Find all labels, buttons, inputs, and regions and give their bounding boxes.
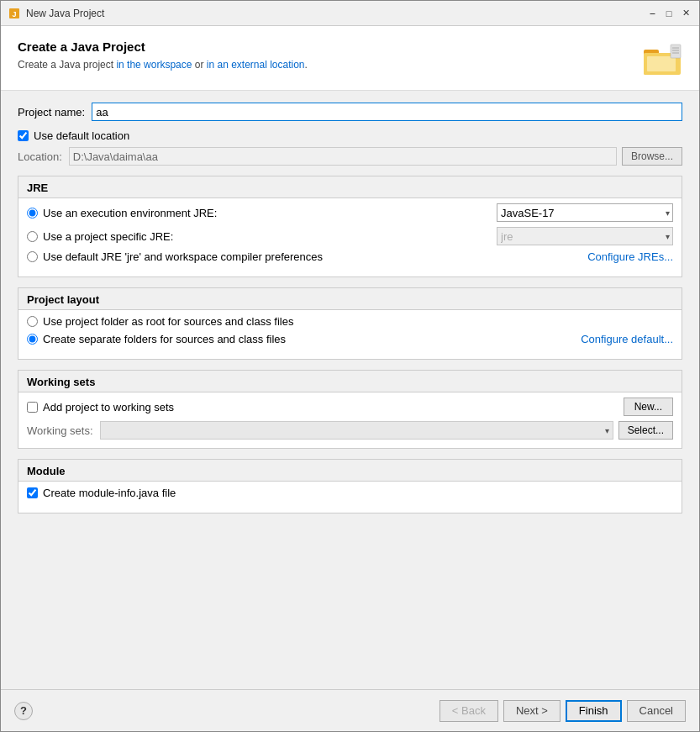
footer-left: ? — [14, 702, 33, 720]
create-module-info-checkbox[interactable] — [27, 487, 38, 498]
add-to-working-sets-label[interactable]: Add project to working sets — [43, 401, 174, 413]
back-button[interactable]: < Back — [439, 700, 498, 722]
jre-option3-row: Use default JRE 'jre' and workspace comp… — [27, 250, 673, 263]
jre-section-content: Use an execution environment JRE: JavaSE… — [18, 198, 682, 276]
jre-option1-dropdown-wrapper: JavaSE-17 JavaSE-11 JavaSE-8 ▾ — [497, 203, 673, 222]
header-text: Create a Java Project Create a Java proj… — [18, 39, 308, 71]
module-title: Module — [18, 460, 682, 482]
working-sets-input[interactable] — [101, 422, 594, 439]
jre-option2-dropdown-wrapper: jre ▾ — [497, 227, 673, 245]
select-working-set-button[interactable]: Select... — [618, 421, 673, 440]
page-title: Create a Java Project — [18, 39, 308, 54]
add-to-working-sets-checkbox[interactable] — [27, 402, 38, 413]
use-default-location-checkbox[interactable] — [18, 130, 29, 141]
layout-option1-radio[interactable] — [27, 316, 38, 327]
desc-link2[interactable]: in an external location — [207, 59, 305, 71]
jre-option2-label[interactable]: Use a project specific JRE: — [43, 230, 490, 243]
working-sets-left: Add project to working sets — [27, 401, 174, 413]
next-button[interactable]: Next > — [503, 700, 561, 722]
close-button[interactable]: ✕ — [679, 7, 692, 20]
jre-option2-radio[interactable] — [27, 231, 38, 242]
maximize-button[interactable]: □ — [662, 7, 676, 20]
content-area: Project name: Use default location Locat… — [1, 91, 699, 689]
jre-section: JRE Use an execution environment JRE: Ja… — [18, 176, 682, 277]
jre-section-title: JRE — [18, 176, 682, 198]
finish-button[interactable]: Finish — [566, 700, 622, 722]
svg-rect-6 — [671, 45, 681, 58]
footer: ? < Back Next > Finish Cancel — [1, 689, 699, 731]
desc-link1[interactable]: in the workspace — [116, 59, 192, 71]
desc-part2: or — [192, 59, 206, 71]
jre-option1-label[interactable]: Use an execution environment JRE: — [43, 207, 490, 219]
desc-part1: Create a Java project — [18, 59, 116, 71]
svg-text:J: J — [12, 10, 16, 18]
new-working-set-button[interactable]: New... — [624, 398, 673, 416]
browse-button[interactable]: Browse... — [622, 147, 682, 166]
jre-option3-label[interactable]: Use default JRE 'jre' and workspace comp… — [43, 250, 323, 263]
layout-option1-label[interactable]: Use project folder as root for sources a… — [43, 315, 673, 328]
location-input[interactable] — [69, 147, 617, 166]
jre-option3-left: Use default JRE 'jre' and workspace comp… — [27, 250, 323, 263]
module-content: Create module-info.java file — [18, 482, 682, 513]
jre-option2-dropdown[interactable]: jre — [497, 227, 673, 245]
working-sets-input-row: Working sets: ▾ Select... — [27, 421, 673, 440]
jre-option1-radio[interactable] — [27, 208, 38, 219]
project-layout-section: Project layout Use project folder as roo… — [18, 287, 682, 360]
layout-option1-row: Use project folder as root for sources a… — [27, 315, 673, 328]
module-checkbox-row: Create module-info.java file — [27, 487, 673, 499]
project-name-label: Project name: — [18, 106, 85, 118]
location-row: Location: Browse... — [18, 147, 682, 166]
working-sets-content: Add project to working sets New... Worki… — [18, 392, 682, 448]
project-name-row: Project name: — [18, 103, 682, 121]
title-bar-text: New Java Project — [26, 8, 645, 19]
working-sets-input-wrapper: ▾ — [100, 421, 613, 440]
configure-jres-link[interactable]: Configure JREs... — [587, 250, 673, 263]
location-label: Location: — [18, 150, 62, 163]
title-bar-controls: ‒ □ ✕ — [645, 7, 692, 20]
main-window: J New Java Project ‒ □ ✕ Create a Java P… — [0, 0, 700, 732]
jre-option2-row: Use a project specific JRE: jre ▾ — [27, 227, 673, 245]
default-location-row: Use default location — [18, 129, 682, 142]
use-default-location-label[interactable]: Use default location — [34, 129, 129, 142]
configure-default-link[interactable]: Configure default... — [581, 333, 673, 345]
layout-option2-left: Create separate folders for sources and … — [27, 333, 286, 345]
layout-option2-label[interactable]: Create separate folders for sources and … — [43, 333, 286, 345]
help-button[interactable]: ? — [14, 702, 33, 720]
working-sets-row: Add project to working sets New... — [27, 398, 673, 416]
module-section: Module Create module-info.java file — [18, 459, 682, 513]
working-sets-title: Working sets — [18, 371, 682, 392]
header-section: Create a Java Project Create a Java proj… — [1, 26, 699, 91]
header-icon — [642, 39, 682, 80]
create-module-info-label[interactable]: Create module-info.java file — [43, 487, 176, 499]
cancel-button[interactable]: Cancel — [627, 700, 686, 722]
project-name-input[interactable] — [92, 103, 682, 121]
layout-option2-row: Create separate folders for sources and … — [27, 333, 673, 345]
page-description: Create a Java project in the workspace o… — [18, 59, 308, 71]
minimize-button[interactable]: ‒ — [645, 7, 659, 20]
project-layout-content: Use project folder as root for sources a… — [18, 310, 682, 359]
footer-right: < Back Next > Finish Cancel — [439, 700, 686, 722]
window-icon: J — [8, 7, 21, 20]
jre-option3-radio[interactable] — [27, 251, 38, 262]
jre-option1-dropdown[interactable]: JavaSE-17 JavaSE-11 JavaSE-8 — [497, 203, 673, 222]
working-sets-section: Working sets Add project to working sets… — [18, 370, 682, 449]
svg-rect-5 — [647, 56, 676, 71]
title-bar: J New Java Project ‒ □ ✕ — [1, 1, 699, 26]
jre-option1-row: Use an execution environment JRE: JavaSE… — [27, 203, 673, 222]
layout-option2-radio[interactable] — [27, 334, 38, 345]
working-sets-dropdown-arrow: ▾ — [605, 426, 609, 435]
working-sets-label: Working sets: — [27, 424, 93, 437]
desc-part3: . — [305, 59, 308, 71]
project-layout-title: Project layout — [18, 288, 682, 310]
